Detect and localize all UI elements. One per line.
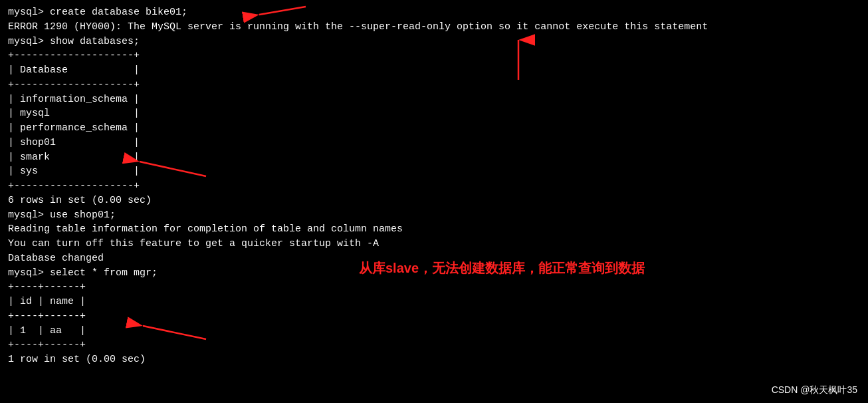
line-27: 1 row in set (0.00 sec) bbox=[8, 352, 860, 367]
watermark: CSDN @秋天枫叶35 bbox=[772, 384, 857, 396]
line-12: | sys | bbox=[8, 164, 860, 179]
line-14: 6 rows in set (0.00 sec) bbox=[8, 194, 860, 208]
line-5: | Database | bbox=[8, 63, 860, 78]
annotation-slave-text: 从库slave，无法创建数据库，能正常查询到数据 bbox=[359, 259, 645, 277]
line-8: | mysql | bbox=[8, 106, 860, 121]
terminal-content: mysql> create database bike01; ERROR 129… bbox=[8, 5, 860, 367]
line-16: mysql> use shop01; bbox=[8, 208, 860, 223]
line-2: ERROR 1290 (HY000): The MySQL server is … bbox=[8, 20, 860, 35]
line-17: Reading table information for completion… bbox=[8, 222, 860, 237]
line-25: | 1 | aa | bbox=[8, 324, 860, 338]
line-23: | id | name | bbox=[8, 295, 860, 309]
line-26: +----+------+ bbox=[8, 338, 860, 352]
line-9: | performance_schema | bbox=[8, 121, 860, 136]
line-6: +--------------------+ bbox=[8, 78, 860, 92]
line-18: You can turn off this feature to get a q… bbox=[8, 237, 860, 251]
line-1: mysql> create database bike01; bbox=[8, 5, 860, 20]
line-3: mysql> show databases; bbox=[8, 35, 860, 49]
terminal-window: mysql> create database bike01; ERROR 129… bbox=[0, 0, 868, 403]
line-13: +--------------------+ bbox=[8, 179, 860, 194]
line-24: +----+------+ bbox=[8, 309, 860, 324]
line-7: | information_schema | bbox=[8, 92, 860, 107]
line-4: +--------------------+ bbox=[8, 49, 860, 63]
line-22: +----+------+ bbox=[8, 280, 860, 295]
line-11: | smark | bbox=[8, 150, 860, 165]
line-10: | shop01 | bbox=[8, 136, 860, 150]
